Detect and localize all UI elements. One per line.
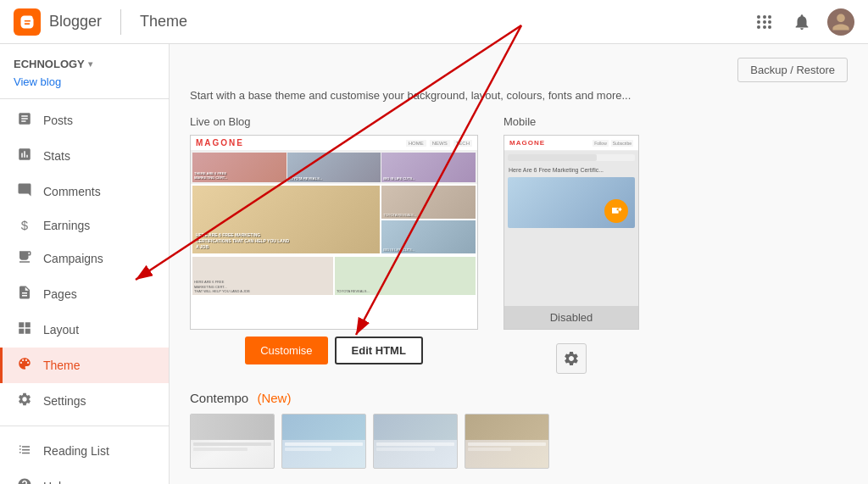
sidebar-item-posts-label: Posts [43, 114, 73, 127]
app-name: Blogger [49, 13, 102, 31]
contempo-thumb-4[interactable] [465, 414, 549, 469]
blogger-icon [14, 8, 41, 36]
stats-icon [16, 147, 33, 165]
contempo-label: Contempo (New) [190, 391, 848, 405]
sidebar-item-settings[interactable]: Settings [0, 383, 169, 419]
sidebar-item-posts[interactable]: Posts [0, 103, 169, 138]
contempo-thumb-1[interactable] [190, 414, 275, 469]
live-preview-frame: MAGONE HOME NEWS TECH THERE ARE 6 FREEMA… [190, 135, 478, 330]
theme-previews: Live on Blog MAGONE HOME NEWS TECH [190, 115, 848, 374]
notifications-icon[interactable] [790, 10, 814, 34]
mobile-gear-button[interactable] [556, 343, 587, 374]
sidebar-item-pages[interactable]: Pages [0, 276, 169, 312]
backup-restore-button[interactable]: Backup / Restore [737, 58, 848, 82]
sidebar-divider [0, 98, 169, 99]
sidebar: ECHNOLOGY ▾ View blog Posts Stats Commen… [0, 44, 170, 484]
sidebar-item-comments-label: Comments [43, 185, 101, 198]
page-title: Theme [140, 13, 187, 31]
live-section-label: Live on Blog [190, 115, 251, 128]
sidebar-item-help-label: Help [43, 480, 68, 484]
sidebar-item-settings-label: Settings [43, 394, 86, 408]
mobile-logo: MAGONE [509, 139, 545, 147]
sidebar-item-reading-list-label: Reading List [43, 444, 109, 458]
comments-icon [16, 182, 33, 201]
avatar[interactable] [827, 8, 854, 36]
reading-list-icon [16, 442, 33, 460]
sidebar-item-campaigns-label: Campaigns [43, 252, 103, 265]
blog-name[interactable]: ECHNOLOGY ▾ [0, 51, 169, 74]
contempo-section: Contempo (New) [190, 391, 848, 469]
customise-button[interactable]: Customise [245, 337, 327, 364]
campaigns-icon [16, 249, 33, 268]
edit-html-button[interactable]: Edit HTML [335, 337, 423, 364]
header: Blogger Theme [0, 0, 868, 44]
pages-icon [16, 285, 33, 303]
sidebar-section-divider [0, 426, 169, 426]
contempo-thumb-3[interactable] [373, 414, 458, 469]
sidebar-item-theme[interactable]: Theme [0, 348, 169, 383]
live-preview-container: Live on Blog MAGONE HOME NEWS TECH [190, 115, 478, 374]
theme-icon [16, 356, 33, 375]
content-area: Backup / Restore Start with a base theme… [170, 44, 868, 484]
help-icon [16, 477, 33, 484]
posts-icon [16, 111, 33, 130]
sidebar-item-theme-label: Theme [43, 359, 81, 372]
header-divider [120, 9, 121, 35]
sidebar-item-campaigns[interactable]: Campaigns [0, 241, 169, 276]
contempo-new-badge: (New) [257, 391, 291, 405]
sidebar-item-help[interactable]: Help [0, 469, 169, 484]
main-layout: ECHNOLOGY ▾ View blog Posts Stats Commen… [0, 44, 868, 484]
contempo-thumb-2[interactable] [281, 414, 366, 469]
mobile-preview-container: Mobile MAGONE Follow Subscribe [504, 115, 639, 374]
sidebar-item-comments[interactable]: Comments [0, 174, 169, 209]
header-logo: Blogger Theme [14, 8, 187, 36]
header-right [753, 8, 854, 36]
sidebar-item-earnings-label: Earnings [43, 219, 90, 232]
sidebar-item-pages-label: Pages [43, 287, 77, 301]
view-blog-link[interactable]: View blog [0, 74, 169, 95]
sidebar-item-stats-label: Stats [43, 149, 70, 163]
preview-buttons: Customise Edit HTML [245, 337, 423, 364]
earnings-icon: $ [16, 218, 33, 232]
description-text: Start with a base theme and customise yo… [190, 89, 848, 102]
mobile-section-label: Mobile [504, 115, 536, 128]
layout-icon [16, 320, 33, 339]
contempo-thumbnails [190, 414, 848, 469]
dropdown-arrow-icon: ▾ [88, 59, 92, 69]
sidebar-item-layout-label: Layout [43, 323, 79, 337]
grid-apps-icon[interactable] [753, 10, 776, 34]
sidebar-item-earnings[interactable]: $ Earnings [0, 209, 169, 241]
sidebar-item-reading-list[interactable]: Reading List [0, 433, 169, 469]
settings-icon [16, 392, 33, 410]
sidebar-item-stats[interactable]: Stats [0, 138, 169, 174]
sidebar-item-layout[interactable]: Layout [0, 312, 169, 348]
content-header: Backup / Restore [190, 58, 848, 82]
mobile-preview-frame: MAGONE Follow Subscribe Here Are 6 Free … [504, 135, 639, 330]
disabled-overlay: Disabled [504, 306, 638, 329]
